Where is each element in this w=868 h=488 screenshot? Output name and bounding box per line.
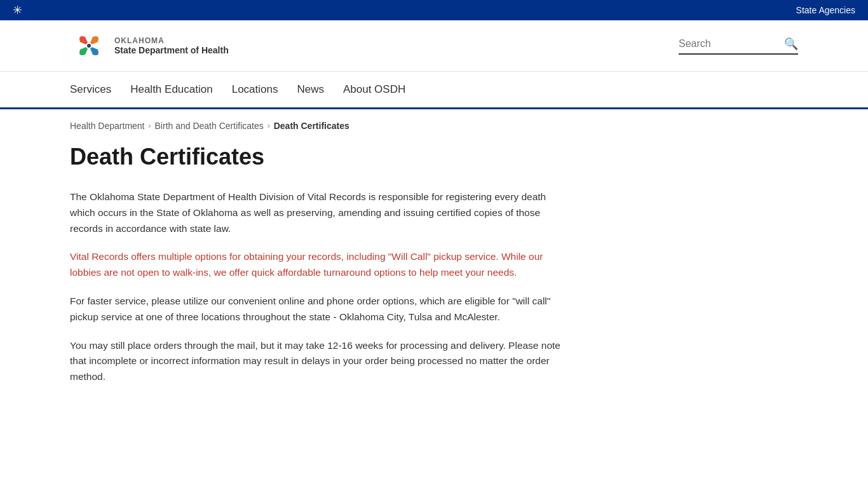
- dept-label: State Department of Health: [114, 45, 229, 56]
- state-agencies-link[interactable]: State Agencies: [796, 5, 855, 15]
- breadcrumb-chevron-1: ›: [149, 121, 151, 130]
- nav-link-locations[interactable]: Locations: [232, 72, 297, 107]
- oklahoma-label: OKLAHOMA: [114, 36, 229, 45]
- site-header: OKLAHOMA State Department of Health 🔍: [0, 20, 868, 72]
- osdh-logo-icon: [70, 27, 108, 65]
- main-nav: Services Health Education Locations News…: [0, 72, 868, 109]
- search-icon: 🔍: [784, 37, 798, 50]
- search-button[interactable]: 🔍: [780, 37, 798, 51]
- nav-link-services[interactable]: Services: [70, 72, 130, 107]
- breadcrumb: Health Department › Birth and Death Cert…: [0, 109, 868, 137]
- nav-list: Services Health Education Locations News…: [70, 72, 798, 107]
- logo-area: OKLAHOMA State Department of Health: [70, 27, 229, 65]
- nav-item-about: About OSDH: [343, 72, 424, 107]
- breadcrumb-chevron-2: ›: [268, 121, 270, 130]
- logo-text: OKLAHOMA State Department of Health: [114, 36, 229, 56]
- mail-orders-paragraph: You may still place orders through the m…: [70, 338, 566, 385]
- search-area: 🔍: [679, 37, 798, 55]
- main-content: Death Certificates The Oklahoma State De…: [0, 137, 635, 423]
- breadcrumb-health-department[interactable]: Health Department: [70, 121, 145, 131]
- svg-point-1: [87, 44, 91, 48]
- nav-link-news[interactable]: News: [297, 72, 343, 107]
- state-snowflake-icon: ✳: [13, 3, 22, 17]
- nav-item-locations: Locations: [232, 72, 297, 107]
- breadcrumb-birth-death[interactable]: Birth and Death Certificates: [155, 121, 264, 131]
- nav-item-health-education: Health Education: [130, 72, 231, 107]
- nav-link-about[interactable]: About OSDH: [343, 72, 424, 107]
- breadcrumb-current: Death Certificates: [274, 121, 349, 131]
- nav-item-news: News: [297, 72, 343, 107]
- page-title: Death Certificates: [70, 144, 566, 170]
- intro-paragraph: The Oklahoma State Department of Health …: [70, 189, 566, 236]
- top-bar: ✳ State Agencies: [0, 0, 868, 20]
- vital-records-paragraph[interactable]: Vital Records offers multiple options fo…: [70, 249, 566, 281]
- vital-records-link[interactable]: Vital Records offers multiple options fo…: [70, 251, 543, 278]
- faster-service-paragraph: For faster service, please utilize our c…: [70, 294, 566, 325]
- nav-item-services: Services: [70, 72, 130, 107]
- nav-link-health-education[interactable]: Health Education: [130, 72, 231, 107]
- search-input[interactable]: [679, 38, 780, 50]
- top-bar-logo-area: ✳: [13, 3, 22, 17]
